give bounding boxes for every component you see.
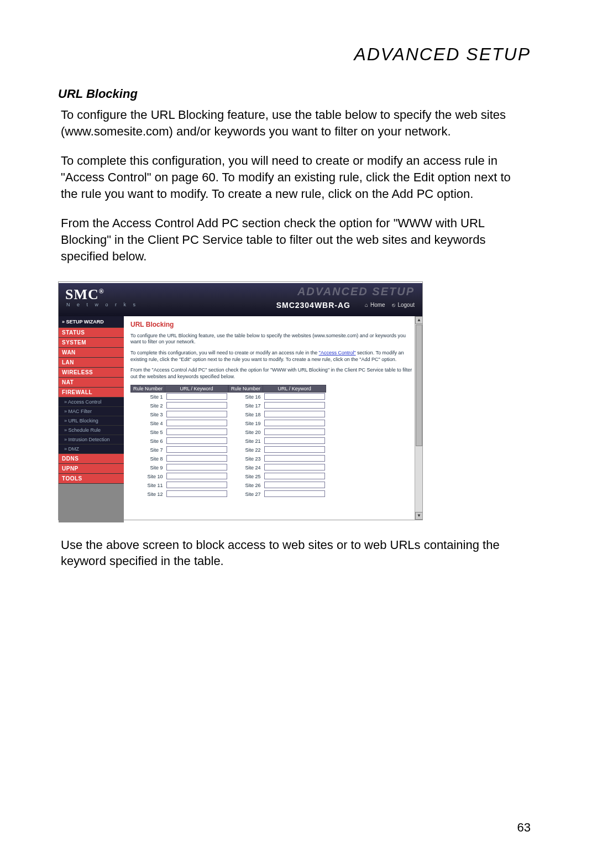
page-title: ADVANCED SETUP	[61, 44, 531, 65]
sidebar-sub-intrusion[interactable]: Intrusion Detection	[59, 435, 124, 445]
rule-number-cell: Site 9	[131, 463, 165, 472]
url-input[interactable]	[166, 420, 227, 426]
url-cell	[165, 463, 228, 472]
url-cell	[263, 481, 326, 490]
url-cell	[165, 410, 228, 419]
scroll-thumb[interactable]	[416, 325, 422, 446]
url-input[interactable]	[166, 455, 227, 462]
rule-number-cell: Site 24	[229, 463, 263, 472]
url-input[interactable]	[166, 464, 227, 470]
url-input[interactable]	[264, 420, 325, 426]
table-row: Site 27	[229, 490, 326, 499]
sidebar-wireless[interactable]: WIRELESS	[59, 368, 124, 378]
rule-number-cell: Site 25	[229, 472, 263, 481]
url-input[interactable]	[264, 490, 325, 497]
brand-logo: SMC®	[65, 286, 104, 303]
url-cell	[165, 419, 228, 428]
url-cell	[165, 446, 228, 454]
url-input[interactable]	[166, 473, 227, 479]
url-input[interactable]	[166, 490, 227, 497]
url-cell	[165, 437, 228, 446]
rule-number-cell: Site 18	[229, 410, 263, 419]
home-link[interactable]: Home	[370, 302, 385, 308]
url-input[interactable]	[264, 428, 325, 435]
url-input[interactable]	[166, 411, 227, 417]
url-input[interactable]	[166, 402, 227, 409]
intro-paragraph-2: To complete this configuration, you will…	[61, 153, 531, 202]
url-input[interactable]	[264, 437, 325, 444]
access-control-link[interactable]: "Access Control"	[319, 350, 356, 355]
table-row: Site 10	[131, 472, 228, 481]
url-input[interactable]	[264, 411, 325, 417]
router-screenshot: SMC® N e t w o r k s ADVANCED SETUP SMC2…	[58, 281, 423, 520]
scroll-down-icon[interactable]: ▼	[415, 512, 422, 520]
table-row: Site 24	[229, 463, 326, 472]
table-row: Site 20	[229, 428, 326, 437]
table-row: Site 22	[229, 446, 326, 454]
intro-paragraph-3: From the Access Control Add PC section c…	[61, 215, 531, 264]
scroll-up-icon[interactable]: ▲	[415, 316, 422, 324]
rule-number-cell: Site 17	[229, 401, 263, 410]
url-cell	[263, 419, 326, 428]
url-input[interactable]	[264, 402, 325, 409]
sidebar-setup-wizard[interactable]: » SETUP WIZARD	[59, 316, 124, 328]
sidebar-sub-url-blocking[interactable]: URL Blocking	[59, 416, 124, 426]
home-icon: ⌂	[365, 302, 368, 308]
sidebar-sub-mac-filter[interactable]: MAC Filter	[59, 407, 124, 416]
url-input[interactable]	[166, 482, 227, 488]
url-input[interactable]	[264, 446, 325, 453]
table-row: Site 23	[229, 454, 326, 463]
url-input[interactable]	[264, 482, 325, 488]
table-row: Site 9	[131, 463, 228, 472]
url-input[interactable]	[166, 446, 227, 453]
brand-text: SMC	[65, 286, 99, 302]
url-cell	[263, 463, 326, 472]
logout-link[interactable]: Logout	[397, 302, 415, 308]
table-row: Site 21	[229, 437, 326, 446]
url-input[interactable]	[166, 393, 227, 400]
url-table: Rule Number URL / Keyword Site 1Site 2Si…	[130, 385, 417, 499]
brand-bar: SMC® N e t w o r k s ADVANCED SETUP SMC2…	[59, 283, 422, 316]
url-input[interactable]	[166, 428, 227, 435]
intro-paragraph-1: To configure the URL Blocking feature, u…	[61, 107, 531, 139]
url-cell	[263, 401, 326, 410]
scrollbar[interactable]: ▲ ▼	[415, 316, 422, 520]
table-row: Site 3	[131, 410, 228, 419]
url-input[interactable]	[264, 455, 325, 462]
sidebar-system[interactable]: SYSTEM	[59, 338, 124, 348]
url-cell	[263, 437, 326, 446]
url-input[interactable]	[264, 464, 325, 470]
url-input[interactable]	[264, 473, 325, 479]
rule-number-cell: Site 1	[131, 392, 165, 401]
sidebar-sub-schedule-rule[interactable]: Schedule Rule	[59, 426, 124, 435]
th-url-right: URL / Keyword	[263, 385, 326, 392]
sidebar-sub-access-control[interactable]: Access Control	[59, 398, 124, 407]
url-cell	[165, 481, 228, 490]
logout-icon: ⎋	[392, 302, 395, 308]
table-row: Site 1	[131, 392, 228, 401]
sidebar-sub-dmz[interactable]: DMZ	[59, 445, 124, 454]
rule-number-cell: Site 20	[229, 428, 263, 437]
rule-number-cell: Site 22	[229, 446, 263, 454]
sidebar-wan[interactable]: WAN	[59, 348, 124, 358]
sidebar-lan[interactable]: LAN	[59, 358, 124, 368]
url-cell	[263, 490, 326, 499]
rule-number-cell: Site 8	[131, 454, 165, 463]
sidebar-tools[interactable]: TOOLS	[59, 474, 124, 484]
sidebar-upnp[interactable]: UPnP	[59, 464, 124, 474]
sidebar-nat[interactable]: NAT	[59, 378, 124, 388]
sidebar-ddns[interactable]: DDNS	[59, 454, 124, 464]
sidebar-status[interactable]: STATUS	[59, 328, 124, 338]
sidebar-firewall[interactable]: FIREWALL	[59, 388, 124, 398]
url-cell	[263, 428, 326, 437]
rule-number-cell: Site 10	[131, 472, 165, 481]
table-row: Site 25	[229, 472, 326, 481]
url-input[interactable]	[166, 437, 227, 444]
url-cell	[165, 472, 228, 481]
url-cell	[263, 472, 326, 481]
th-rule-right: Rule Number	[229, 385, 263, 392]
main-panel: URL Blocking To configure the URL Blocki…	[124, 316, 422, 520]
url-cell	[165, 428, 228, 437]
url-input[interactable]	[264, 393, 325, 400]
panel-text-1: To configure the URL Blocking feature, u…	[130, 333, 417, 346]
